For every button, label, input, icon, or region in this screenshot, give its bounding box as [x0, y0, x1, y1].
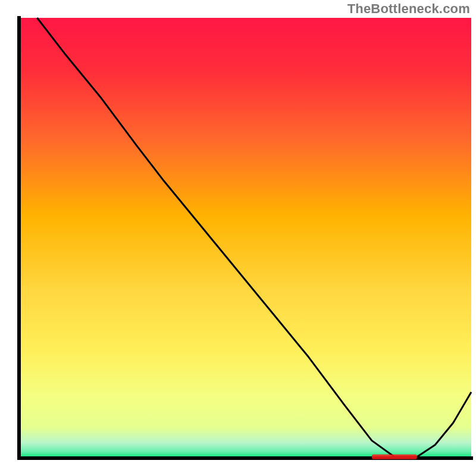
- valley-marker: [372, 455, 417, 459]
- plot-background: [19, 18, 471, 458]
- chart-stage: TheBottleneck.com: [0, 0, 476, 476]
- chart-svg: [0, 0, 476, 476]
